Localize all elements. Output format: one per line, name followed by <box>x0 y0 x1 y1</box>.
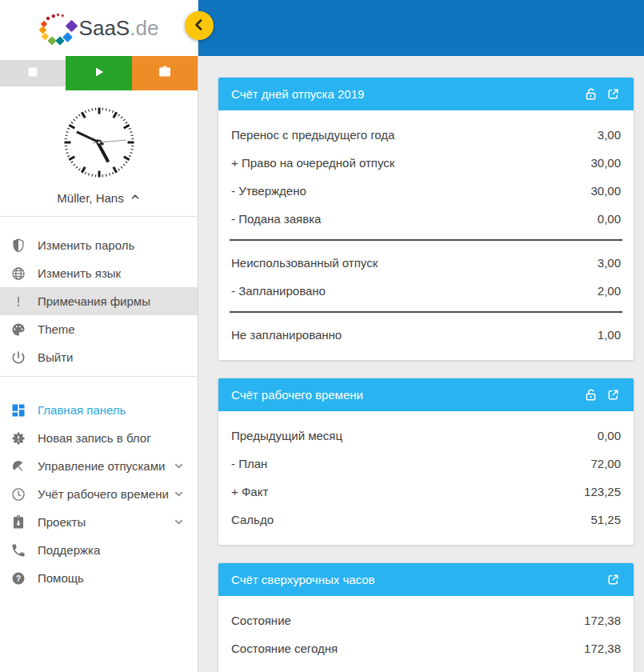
nav-item-label: Управление отпусками <box>38 459 165 473</box>
exclamation-icon <box>10 294 27 310</box>
svg-text:?: ? <box>16 574 21 582</box>
section-divider <box>230 311 622 313</box>
help-icon: ? <box>10 570 27 586</box>
analog-clock <box>0 106 198 178</box>
stop-icon <box>24 63 42 83</box>
account-row: Предыдущий месяц0,00 <box>218 422 634 450</box>
nav-item-help[interactable]: ? Помощь <box>0 564 198 592</box>
palette-icon <box>10 322 27 338</box>
chevron-down-icon <box>173 460 185 472</box>
stop-button[interactable] <box>0 60 66 86</box>
card-header: Счёт дней отпуска 2019 <box>218 78 634 110</box>
section-divider <box>230 239 622 241</box>
account-row: Состояние172,38 <box>218 606 634 634</box>
card-header: Счёт рабочего времени <box>218 378 634 411</box>
account-row: Неиспользованный отпуск3,00 <box>218 249 634 277</box>
nav-item-vacation-management[interactable]: Управление отпусками <box>0 452 198 480</box>
user-menu-toggle[interactable]: Müller, Hans <box>0 191 198 217</box>
work-order-button[interactable] <box>132 56 198 90</box>
beach-umbrella-icon <box>10 458 27 474</box>
card-title: Счёт рабочего времени <box>231 388 363 402</box>
nav-item-label: Новая запись в блог <box>38 431 151 445</box>
menu-item-label: Изменить пароль <box>38 238 134 252</box>
card-body: Перенос с предыдущего года3,00 + Право н… <box>218 110 634 360</box>
blog-badge-icon <box>10 430 27 446</box>
play-button[interactable] <box>66 56 131 90</box>
top-bar <box>198 0 644 56</box>
menu-item-label: Примечания фирмы <box>38 294 150 308</box>
chevron-up-icon <box>130 191 141 205</box>
dashboard-content: Счёт дней отпуска 2019 Перенос с предыду… <box>198 56 644 672</box>
menu-item-label: Theme <box>38 322 75 336</box>
nav-item-projects[interactable]: Проекты <box>0 508 198 536</box>
menu-item-label: Выйти <box>38 350 73 364</box>
menu-item-company-notes[interactable]: Примечания фирмы <box>0 287 198 315</box>
lock-open-icon[interactable] <box>583 387 598 402</box>
nav-item-label: Проекты <box>38 515 86 529</box>
nav-item-time-tracking[interactable]: Учёт рабочего времени <box>0 480 198 508</box>
lock-open-icon[interactable] <box>583 86 598 102</box>
clipboard-download-icon <box>10 514 27 530</box>
play-icon <box>90 63 107 83</box>
menu-item-logout[interactable]: Выйти <box>0 343 198 371</box>
nav-item-new-blog-post[interactable]: Новая запись в блог <box>0 424 198 452</box>
card-body: Состояние172,38 Состояние сегодня172,38 <box>218 596 634 672</box>
phone-icon <box>10 542 27 558</box>
card-header: Счёт сверхурочных часов <box>218 563 634 596</box>
briefcase-icon <box>156 63 174 83</box>
nav-item-label: Помощь <box>38 571 84 585</box>
nav-item-label: Поддержка <box>38 543 100 557</box>
account-row: + Факт123,25 <box>218 478 634 506</box>
nav-item-support[interactable]: Поддержка <box>0 536 198 564</box>
account-row: - Запланировано2,00 <box>218 277 634 305</box>
card-working-time: Счёт рабочего времени Предыдущий месяц0,… <box>218 378 634 546</box>
nav-item-dashboard[interactable]: Главная панель <box>0 396 198 424</box>
card-overtime-hours: Счёт сверхурочных часов Состояние172,38 … <box>218 562 634 672</box>
external-link-icon[interactable] <box>606 86 621 102</box>
card-title: Счёт дней отпуска 2019 <box>231 87 364 101</box>
main-nav: Главная панель Новая запись в блог Управ… <box>0 377 198 592</box>
external-link-icon[interactable] <box>606 572 621 587</box>
nav-item-label: Главная панель <box>38 403 126 417</box>
logo-ring-icon <box>39 11 78 45</box>
menu-item-label: Изменить язык <box>38 266 121 280</box>
account-row: Состояние сегодня172,38 <box>218 634 634 662</box>
account-menu: Изменить пароль Изменить язык Примечания… <box>0 217 198 377</box>
shield-icon <box>10 238 27 254</box>
logo-header: SaaS.de <box>0 0 198 56</box>
chevron-down-icon <box>173 516 185 528</box>
time-tracking-toolbar <box>0 56 198 90</box>
nav-item-label: Учёт рабочего времени <box>38 487 169 501</box>
menu-item-theme[interactable]: Theme <box>0 315 198 343</box>
card-body: Предыдущий месяц0,00 - План72,00 + Факт1… <box>218 411 634 545</box>
logo-text: SaaS.de <box>79 16 159 41</box>
dashboard-icon <box>10 402 27 418</box>
account-row: - Подана заявка0,00 <box>218 205 634 233</box>
sidebar: SaaS.de Müller, Hans <box>0 0 198 672</box>
clock-icon <box>10 486 27 502</box>
account-row: Не запланированно1,00 <box>218 321 634 349</box>
card-vacation-days: Счёт дней отпуска 2019 Перенос с предыду… <box>218 77 634 361</box>
globe-icon <box>10 266 27 282</box>
chevron-left-icon <box>191 17 207 35</box>
account-row: Сальдо51,25 <box>218 506 634 534</box>
account-row: Перенос с предыдущего года3,00 <box>218 121 634 149</box>
chevron-down-icon <box>173 488 185 500</box>
account-row: + Право на очередной отпуск30,00 <box>218 149 634 177</box>
menu-item-change-language[interactable]: Изменить язык <box>0 259 198 287</box>
external-link-icon[interactable] <box>606 387 621 402</box>
account-row: - Утверждено30,00 <box>218 177 634 205</box>
card-title: Счёт сверхурочных часов <box>231 573 375 586</box>
account-row: - План72,00 <box>218 450 634 478</box>
sidebar-collapse-button[interactable] <box>185 11 214 40</box>
power-icon <box>10 350 27 366</box>
saas-logo: SaaS.de <box>39 11 159 45</box>
menu-item-change-password[interactable]: Изменить пароль <box>0 231 198 259</box>
user-name: Müller, Hans <box>57 191 123 205</box>
